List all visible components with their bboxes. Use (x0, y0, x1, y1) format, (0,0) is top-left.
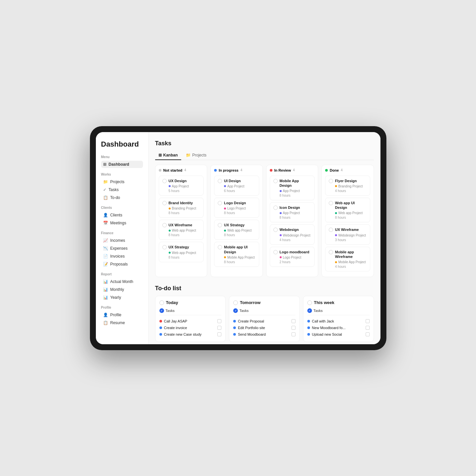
task-project-name: Web app Project (338, 211, 363, 215)
tab-projects[interactable]: 📁 Projects (182, 151, 210, 160)
sidebar-item-proposals[interactable]: 📝 Proposals (101, 261, 143, 268)
task-hours: 8 hours (162, 211, 200, 215)
project-dot (169, 230, 171, 232)
task-project: App Project (162, 184, 200, 188)
project-dot (224, 256, 226, 258)
todo-item[interactable]: Create Proposal (233, 318, 295, 324)
tab-kanban[interactable]: ⊞ Kanban (155, 151, 181, 160)
task-card[interactable]: UX WireframeWeb app Project8 hours (159, 220, 204, 240)
sidebar-item-resume[interactable]: 📋 Resume (101, 319, 143, 326)
task-project: Mobile App Project (329, 260, 367, 264)
screen: Dashboard Menu ⊞ Dashboard Works 📁 Proje… (96, 132, 380, 344)
todo-item[interactable]: Upload new Social (307, 331, 370, 338)
task-card[interactable]: Web app UI DesignWeb app Project8 hours (325, 198, 370, 223)
sidebar-item-expenses[interactable]: 📉 Expenses (101, 245, 143, 252)
kanban-column-in-review: In Review4Mobile App DesignApp Project8 … (266, 165, 319, 277)
task-card[interactable]: Flyer DesignBranding Project4 hours (325, 176, 370, 196)
todo-checkbox[interactable] (366, 319, 370, 323)
works-section-label: Works (101, 173, 143, 176)
todo-check-icon-this-week: ✓ (307, 308, 312, 313)
todo-checkbox[interactable] (366, 332, 370, 336)
todo-checkbox[interactable] (292, 326, 295, 330)
task-hours: 4 hours (329, 189, 367, 193)
todo-item[interactable]: Send Moodboard (233, 331, 295, 338)
todo-item[interactable]: Create invoice (159, 324, 222, 331)
sidebar-item-profile[interactable]: 👤 Profile (101, 311, 143, 319)
task-card-header: Logo Design (218, 201, 256, 205)
task-card[interactable]: WebdesignWebdesign Project4 hours (270, 224, 315, 244)
column-count-in-progress: 4 (240, 168, 242, 172)
todo-checkbox[interactable] (292, 319, 295, 323)
sidebar-item-tasks[interactable]: ✓ Tasks (101, 186, 143, 193)
todo-item-text: New Moodboard fo... (312, 326, 346, 330)
task-card[interactable]: UX DesignApp Project5 hours (159, 176, 204, 196)
projects-icon: 📁 (103, 180, 108, 184)
task-card[interactable]: Brand IdentityBranding Project8 hours (159, 198, 204, 218)
todo-circle-this-week (307, 300, 312, 305)
sidebar-resume-label: Resume (110, 321, 125, 325)
todo-item-text: Create Proposal (238, 319, 264, 323)
sidebar-item-dashboard[interactable]: ⊞ Dashboard (101, 161, 143, 168)
task-project: Logo Project (273, 256, 311, 259)
task-circle (329, 201, 333, 205)
sidebar-item-monthly[interactable]: 📊 Monthly (101, 286, 143, 293)
task-project: Web app Project (162, 229, 200, 232)
status-dot-in-review (270, 169, 272, 172)
clients-icon: 👤 (103, 213, 108, 217)
menu-section-label: Menu (101, 155, 143, 159)
task-card[interactable]: Logo DesignLogo Project8 hours (214, 198, 259, 218)
sidebar-item-actual-month[interactable]: 📊 Actual Month (101, 278, 143, 285)
task-project-name: Mobile App Project (227, 256, 255, 259)
task-card[interactable]: UI DesignApp Project6 hours (214, 176, 259, 196)
column-count-not-started: 4 (184, 168, 186, 172)
todo-item-left: Call with Jack (307, 319, 334, 323)
task-card[interactable]: Icon DesignApp Project8 hours (270, 202, 315, 222)
task-project: Web app Project (329, 211, 367, 215)
sidebar-item-projects[interactable]: 📁 Projects (101, 178, 143, 185)
todo-item[interactable]: Call with Jack (307, 318, 370, 324)
sidebar-invoices-label: Invoices (110, 254, 125, 259)
actual-month-icon: 📊 (103, 279, 108, 284)
task-hours: 8 hours (218, 260, 256, 264)
todo-item[interactable]: Edit Portfolio site (233, 324, 295, 331)
task-card[interactable]: UX StrategyWeb app Project8 hours (159, 242, 204, 262)
sidebar-item-meetings[interactable]: 📅 Meetings (101, 219, 143, 227)
task-card[interactable]: UX StrategyWeb app Project8 hours (214, 220, 259, 240)
todo-checkbox[interactable] (217, 332, 221, 336)
sidebar-todo-label: To-do (110, 195, 120, 200)
sidebar-item-todo[interactable]: 📋 To-do (101, 194, 143, 201)
todo-item[interactable]: Create new Case study (159, 331, 222, 338)
todo-item[interactable]: Call Jay ASAP (159, 318, 222, 324)
project-dot (169, 208, 171, 210)
sidebar-item-yearly[interactable]: 📊 Yearly (101, 294, 143, 301)
task-project-name: Webdesign Project (283, 234, 311, 237)
sidebar-monthly-label: Monthly (110, 287, 124, 292)
todo-checkbox[interactable] (217, 319, 221, 323)
task-card-header: UX Strategy (162, 245, 200, 249)
task-card[interactable]: Logo moodboardLogo Project2 hours (270, 247, 315, 267)
task-project: Web app Project (162, 251, 200, 255)
todo-checkbox[interactable] (292, 332, 295, 336)
task-card[interactable]: UX WireframeWebdesign Project3 hours (325, 224, 370, 244)
tasks-icon: ✓ (103, 187, 106, 192)
column-header-in-progress: In progress4 (214, 168, 259, 172)
project-dot (169, 185, 171, 187)
todo-checkbox[interactable] (217, 326, 221, 330)
sidebar-item-invoices[interactable]: 📄 Invoices (101, 253, 143, 260)
todo-checkbox[interactable] (366, 326, 370, 330)
task-card[interactable]: Mobile app WireframeMobile App Project4 … (325, 247, 370, 272)
task-name: Flyer Design (335, 179, 357, 183)
sidebar-item-clients[interactable]: 👤 Clients (101, 211, 143, 219)
sidebar-item-incomes[interactable]: 📈 Incomes (101, 237, 143, 244)
sidebar: Dashboard Menu ⊞ Dashboard Works 📁 Proje… (96, 132, 149, 344)
sidebar-tasks-label: Tasks (109, 187, 119, 192)
todo-item[interactable]: New Moodboard fo... (307, 324, 370, 331)
task-name: Mobile App Design (280, 179, 311, 188)
task-hours: 8 hours (162, 256, 200, 259)
task-card[interactable]: Mobile app UI DesignMobile App Project8 … (214, 242, 259, 267)
task-card[interactable]: Mobile App DesignApp Project8 hours (270, 176, 315, 201)
task-project: Mobile App Project (218, 256, 256, 259)
column-header-not-started: Not started4 (159, 168, 204, 172)
todo-item-left: Upload new Social (307, 332, 342, 336)
column-label-done: Done (330, 168, 339, 172)
